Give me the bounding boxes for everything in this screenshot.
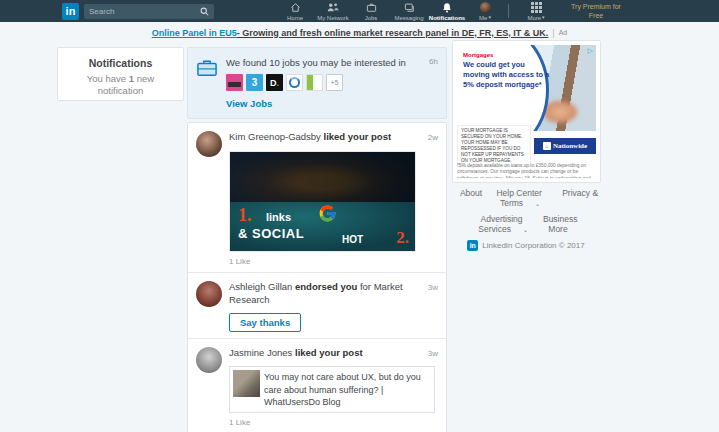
ad-person-2 bbox=[543, 101, 577, 123]
banner-ad-link[interactable]: Online Panel in EU5 bbox=[152, 28, 237, 38]
view-jobs-link[interactable]: View Jobs bbox=[226, 98, 438, 109]
post-text-links: links bbox=[266, 211, 291, 223]
like-count: 1 Like bbox=[229, 418, 438, 427]
sidebar-title: Notifications bbox=[58, 57, 183, 69]
more-companies-badge[interactable]: +5 bbox=[326, 74, 343, 91]
adchoices-icon[interactable]: ▷ bbox=[588, 47, 593, 55]
post-thumbnail bbox=[233, 370, 260, 397]
sponsored-ad-card[interactable]: Mortgages We could get you moving with a… bbox=[452, 40, 601, 183]
jobs-icon bbox=[366, 2, 377, 13]
ad-headline: We could get you moving with access to a… bbox=[463, 60, 553, 89]
ad-legal-text: Your mortgage is secured on your home. Y… bbox=[457, 125, 531, 167]
ad-disclaimer: *5% deposit available on loans up to £35… bbox=[457, 163, 596, 178]
post-preview-text: You may not care about UX, but do you ca… bbox=[260, 370, 431, 408]
chevron-down-icon: ⌄ bbox=[523, 227, 528, 233]
nav-item-jobs[interactable]: Jobs bbox=[352, 2, 390, 21]
briefcase-icon bbox=[196, 57, 226, 109]
nav-label: My Network bbox=[317, 15, 349, 21]
avatar[interactable] bbox=[196, 347, 222, 373]
nav-item-notifications[interactable]: Notifications bbox=[428, 2, 466, 21]
footer-links-row-1: About Help Center Privacy & Terms⌄ bbox=[446, 188, 606, 208]
say-thanks-button[interactable]: Say thanks bbox=[229, 313, 301, 332]
ad-creative: Mortgages We could get you moving with a… bbox=[457, 45, 596, 178]
avatar[interactable] bbox=[196, 131, 222, 157]
nav-label: More bbox=[527, 15, 541, 21]
my-network-icon bbox=[327, 2, 339, 13]
footer-link-help-center[interactable]: Help Center bbox=[496, 188, 541, 198]
notification-row-kim[interactable]: Kim Greenop-Gadsby liked your post 2w 1.… bbox=[188, 123, 446, 272]
notifications-summary-card: Notifications You have 1 new notificatio… bbox=[57, 47, 184, 101]
ad-eyebrow: Mortgages bbox=[463, 52, 493, 58]
chevron-down-icon: ⌄ bbox=[535, 201, 540, 207]
post-text-hot: HOT bbox=[342, 234, 363, 245]
notification-text: Jasmine Jones liked your post bbox=[229, 347, 438, 359]
nav-item-my-network[interactable]: My Network bbox=[314, 2, 352, 21]
top-navbar: in Home My Network Jobs bbox=[0, 0, 719, 22]
company-logo-3[interactable]: D. bbox=[266, 74, 283, 91]
google-g-icon bbox=[318, 204, 337, 227]
jobs-notification-title: We found 10 jobs you may be interested i… bbox=[226, 57, 406, 68]
company-logo-5[interactable] bbox=[306, 74, 323, 91]
messaging-icon bbox=[404, 2, 415, 13]
timestamp: 2w bbox=[428, 133, 438, 142]
nationwide-emblem-icon: ⌂ bbox=[543, 142, 551, 150]
nationwide-logo: ⌂ Nationwide bbox=[534, 138, 596, 154]
company-logo-2[interactable]: 3 bbox=[246, 74, 263, 91]
nav-item-messaging[interactable]: Messaging bbox=[390, 2, 428, 21]
notification-text: Kim Greenop-Gadsby liked your post bbox=[229, 131, 438, 143]
banner-ad-text[interactable]: - Growing and fresh online market resear… bbox=[237, 28, 549, 38]
nav-item-more[interactable]: More ▾ bbox=[517, 2, 555, 21]
like-count: 1 Like bbox=[229, 257, 438, 266]
footer-copyright: in LinkedIn Corporation © 2017 bbox=[446, 240, 606, 251]
search-bar[interactable] bbox=[84, 4, 214, 19]
nav-label: Jobs bbox=[365, 15, 378, 21]
footer-link-about[interactable]: About bbox=[460, 188, 482, 198]
search-icon[interactable] bbox=[200, 7, 209, 16]
linkedin-logo[interactable]: in bbox=[62, 3, 79, 20]
nav-item-me[interactable]: Me ▾ bbox=[466, 2, 504, 21]
sidebar-subtitle: You have 1 new notification bbox=[58, 73, 183, 98]
footer-link-advertising[interactable]: Advertising bbox=[481, 214, 523, 224]
timestamp: 6h bbox=[429, 57, 438, 68]
nav-items: Home My Network Jobs Messaging bbox=[276, 2, 504, 21]
banner-ad-label: Ad bbox=[559, 29, 568, 36]
search-input[interactable] bbox=[89, 7, 200, 16]
liked-post-preview[interactable]: You may not care about UX, but do you ca… bbox=[229, 366, 435, 412]
nav-label: Home bbox=[287, 15, 303, 21]
nav-label: Me bbox=[479, 15, 487, 21]
me-label-row: Me ▾ bbox=[479, 15, 491, 21]
footer-link-more[interactable]: More bbox=[548, 224, 567, 234]
banner-separator: | bbox=[552, 28, 554, 38]
home-icon bbox=[290, 2, 301, 13]
timestamp: 3w bbox=[428, 349, 438, 358]
footer-links-row-2: Advertising Business Services⌄ More bbox=[446, 214, 606, 234]
nav-label: Notifications bbox=[429, 15, 465, 21]
more-grid-icon bbox=[531, 2, 542, 13]
liked-post-image[interactable]: 1. links & SOCIAL HOT 2. bbox=[229, 151, 416, 252]
post-text-1: 1. bbox=[238, 205, 252, 226]
notification-text: Ashleigh Gillan endorsed you for Market … bbox=[229, 281, 438, 306]
company-logo-1[interactable] bbox=[226, 74, 243, 91]
post-text-2: 2. bbox=[396, 228, 409, 248]
notification-row-ashleigh[interactable]: Ashleigh Gillan endorsed you for Market … bbox=[188, 272, 446, 338]
linkedin-footer-logo: in bbox=[467, 240, 478, 251]
more-label-row: More ▾ bbox=[527, 15, 544, 21]
post-text-social: & SOCIAL bbox=[238, 226, 304, 241]
chevron-down-icon: ▾ bbox=[542, 15, 545, 20]
post-photo-top bbox=[230, 152, 415, 202]
jobs-notification-card[interactable]: We found 10 jobs you may be interested i… bbox=[187, 47, 447, 119]
try-premium-link[interactable]: Try Premium for Free bbox=[563, 2, 629, 20]
notifications-list-card: Kim Greenop-Gadsby liked your post 2w 1.… bbox=[187, 122, 447, 432]
avatar[interactable] bbox=[196, 281, 222, 307]
company-logos-row: 3 D. +5 bbox=[226, 74, 438, 91]
notifications-icon bbox=[442, 2, 452, 13]
company-logo-4[interactable] bbox=[286, 74, 303, 91]
timestamp: 3w bbox=[428, 283, 438, 292]
nav-item-home[interactable]: Home bbox=[276, 2, 314, 21]
ad-legal-row: Your mortgage is secured on your home. Y… bbox=[457, 131, 596, 161]
nav-divider bbox=[508, 4, 509, 18]
me-avatar bbox=[480, 2, 491, 13]
nav-label: Messaging bbox=[394, 15, 423, 21]
footer: About Help Center Privacy & Terms⌄ Adver… bbox=[446, 188, 606, 251]
notification-row-jasmine[interactable]: Jasmine Jones liked your post 3w You may… bbox=[188, 338, 446, 432]
